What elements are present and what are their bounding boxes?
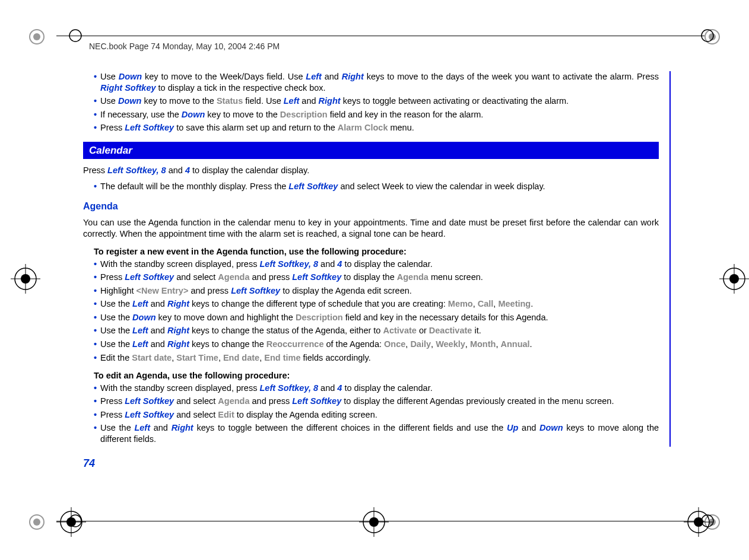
page-number: 74	[83, 457, 95, 470]
bullet-icon: •	[94, 181, 97, 192]
bullet-text: Press Left Softkey and select Edit to di…	[100, 409, 659, 421]
bullet-text: Use the Down key to move down and highli…	[100, 312, 659, 323]
bullet-icon: •	[94, 259, 97, 270]
register-intro: To register a new event in the Agenda fu…	[83, 246, 659, 257]
section-calendar: Calendar	[83, 142, 659, 160]
list-item: •The default will be the monthly display…	[94, 181, 659, 192]
crop-mark-icon	[25, 25, 49, 49]
bullet-icon: •	[94, 422, 97, 444]
list-item: •Use Down key to move to the Week/Days f…	[94, 71, 659, 93]
bullet-icon: •	[94, 272, 97, 283]
bullet-text: The default will be the monthly display.…	[100, 181, 659, 192]
bullet-icon: •	[94, 396, 97, 407]
bullet-icon: •	[94, 409, 97, 421]
list-item: •Press Left Softkey and select Edit to d…	[94, 409, 659, 421]
registration-mark-icon	[359, 507, 389, 537]
bullet-icon: •	[94, 96, 97, 107]
crop-mark-icon	[25, 510, 49, 534]
list-item: •Highlight <New Entry> and press Left So…	[94, 285, 659, 297]
list-item: •Edit the Start date, Start Time, End da…	[94, 352, 659, 364]
bullet-icon: •	[94, 298, 97, 310]
bullet-icon: •	[94, 122, 97, 133]
bullet-icon: •	[94, 383, 97, 394]
page-body: •Use Down key to move to the Week/Days f…	[83, 71, 671, 447]
bullet-icon: •	[94, 352, 97, 364]
agenda-paragraph: You can use the Agenda function in the c…	[83, 217, 659, 239]
bullet-text: With the standby screen displayed, press…	[100, 383, 659, 394]
bullet-text: Use the Left and Right keys to change th…	[100, 325, 659, 336]
list-item: •Use Down key to move to the Status fiel…	[94, 96, 659, 107]
bullet-icon: •	[94, 285, 97, 297]
list-item: •If necessary, use the Down key to move …	[94, 109, 659, 120]
bullet-text: Use the Left and Right keys to toggle be…	[100, 422, 659, 444]
bullet-text: With the standby screen displayed, press…	[100, 259, 659, 270]
list-item: •Press Left Softkey to save this alarm s…	[94, 122, 659, 133]
alarm-bullets: •Use Down key to move to the Week/Days f…	[83, 71, 659, 133]
page-header: NEC.book Page 74 Monday, May 10, 2004 2:…	[89, 42, 280, 51]
registration-mark-icon	[719, 264, 749, 294]
calendar-intro: Press Left Softkey, 8 and 4 to display t…	[83, 165, 659, 176]
list-item: •Use the Left and Right keys to toggle b…	[94, 422, 659, 444]
list-item: •Use the Left and Right keys to change t…	[94, 339, 659, 350]
list-item: •Use the Left and Right keys to change t…	[94, 298, 659, 310]
footer-rule	[56, 521, 704, 521]
register-bullets: •With the standby screen displayed, pres…	[83, 259, 659, 363]
bullet-icon: •	[94, 71, 97, 93]
list-item: •Press Left Softkey and select Agenda an…	[94, 272, 659, 283]
edit-intro: To edit an Agenda, use the following pro…	[83, 370, 659, 381]
bullet-text: Use the Left and Right keys to change th…	[100, 298, 659, 310]
bullet-icon: •	[94, 312, 97, 323]
bullet-text: Use Down key to move to the Status field…	[100, 96, 659, 107]
svg-point-1	[33, 33, 40, 40]
header-rule	[56, 36, 704, 36]
bullet-text: Use Down key to move to the Week/Days fi…	[100, 71, 659, 93]
list-item: •With the standby screen displayed, pres…	[94, 383, 659, 394]
bullet-text: Press Left Softkey to save this alarm se…	[100, 122, 659, 133]
bullet-text: Edit the Start date, Start Time, End dat…	[100, 352, 659, 364]
bullet-text: If necessary, use the Down key to move t…	[100, 109, 659, 120]
bullet-text: Press Left Softkey and select Agenda and…	[100, 396, 659, 407]
calendar-bullet: •The default will be the monthly display…	[83, 181, 659, 192]
bullet-text: Highlight <New Entry> and press Left Sof…	[100, 285, 659, 297]
registration-mark-icon	[11, 264, 40, 294]
list-item: •With the standby screen displayed, pres…	[94, 259, 659, 270]
bullet-icon: •	[94, 325, 97, 336]
list-item: •Use the Down key to move down and highl…	[94, 312, 659, 323]
agenda-heading: Agenda	[83, 201, 659, 212]
bullet-icon: •	[94, 109, 97, 120]
bullet-icon: •	[94, 339, 97, 350]
bullet-text: Use the Left and Right keys to change th…	[100, 339, 659, 350]
bullet-text: Press Left Softkey and select Agenda and…	[100, 272, 659, 283]
list-item: •Press Left Softkey and select Agenda an…	[94, 396, 659, 407]
svg-point-5	[33, 518, 40, 526]
edit-bullets: •With the standby screen displayed, pres…	[83, 383, 659, 445]
list-item: •Use the Left and Right keys to change t…	[94, 325, 659, 336]
